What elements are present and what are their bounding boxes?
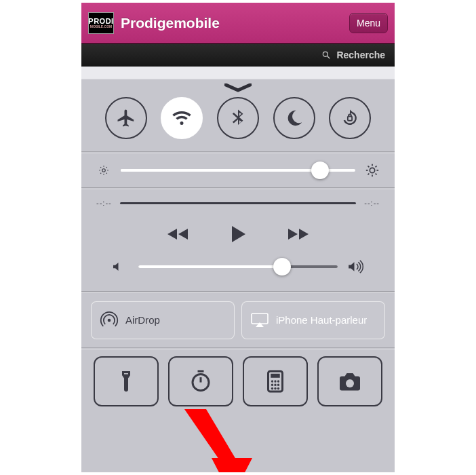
do-not-disturb-toggle[interactable] bbox=[273, 97, 315, 139]
svg-line-19 bbox=[368, 174, 369, 175]
play-button[interactable] bbox=[230, 225, 246, 244]
forward-button[interactable] bbox=[287, 226, 310, 242]
svg-point-29 bbox=[274, 380, 276, 382]
svg-rect-27 bbox=[271, 374, 280, 378]
volume-high-icon bbox=[347, 260, 365, 273]
svg-line-8 bbox=[100, 167, 101, 168]
control-center-panel: --:-- --:-- bbox=[81, 79, 395, 472]
svg-marker-38 bbox=[184, 409, 240, 466]
rotation-lock-toggle[interactable] bbox=[329, 97, 371, 139]
svg-point-32 bbox=[274, 384, 276, 386]
search-placeholder: Recherche bbox=[336, 50, 385, 60]
svg-line-1 bbox=[328, 56, 330, 59]
flashlight-icon bbox=[114, 369, 138, 394]
bluetooth-icon bbox=[228, 108, 248, 128]
svg-point-30 bbox=[277, 380, 279, 382]
rotation-lock-icon bbox=[340, 108, 360, 128]
background-gap bbox=[81, 66, 395, 79]
svg-point-34 bbox=[271, 387, 273, 390]
flashlight-button[interactable] bbox=[94, 356, 159, 406]
svg-point-21 bbox=[108, 319, 111, 322]
rewind-icon bbox=[166, 226, 189, 242]
svg-point-31 bbox=[271, 384, 273, 386]
calculator-icon bbox=[263, 369, 287, 394]
play-icon bbox=[230, 225, 246, 244]
volume-slider[interactable] bbox=[138, 265, 338, 268]
bluetooth-toggle[interactable] bbox=[217, 97, 259, 139]
svg-point-35 bbox=[274, 387, 276, 390]
search-bar[interactable]: Recherche bbox=[81, 43, 395, 66]
site-logo[interactable]: PRODI MOBILE.COM bbox=[88, 12, 114, 34]
remaining-time: --:-- bbox=[364, 199, 380, 207]
rewind-button[interactable] bbox=[166, 226, 189, 242]
svg-point-28 bbox=[271, 380, 273, 382]
phone-frame: PRODI MOBILE.COM Prodigemobile Menu Rech… bbox=[81, 3, 395, 472]
calculator-button[interactable] bbox=[243, 356, 308, 406]
brightness-high-icon bbox=[365, 163, 380, 178]
svg-point-33 bbox=[277, 384, 279, 386]
svg-line-9 bbox=[106, 173, 107, 174]
media-controls: --:-- --:-- bbox=[81, 189, 395, 291]
svg-point-12 bbox=[370, 168, 374, 172]
svg-line-11 bbox=[106, 167, 107, 168]
airplane-mode-toggle[interactable] bbox=[105, 97, 147, 139]
brightness-row bbox=[81, 153, 395, 187]
shortcut-row bbox=[81, 349, 395, 415]
svg-line-17 bbox=[368, 166, 369, 167]
svg-line-20 bbox=[376, 166, 377, 167]
grabber-handle[interactable] bbox=[224, 83, 252, 96]
svg-line-18 bbox=[376, 174, 377, 175]
brightness-slider[interactable] bbox=[121, 169, 355, 172]
elapsed-time: --:-- bbox=[96, 199, 112, 207]
airdrop-label: AirDrop bbox=[125, 314, 160, 326]
volume-low-icon bbox=[111, 261, 129, 273]
wifi-toggle[interactable] bbox=[161, 97, 203, 139]
moon-icon bbox=[284, 108, 304, 128]
brightness-low-icon bbox=[96, 164, 111, 176]
menu-button[interactable]: Menu bbox=[349, 13, 388, 33]
airplay-button[interactable]: iPhone Haut-parleur bbox=[241, 301, 385, 339]
svg-point-0 bbox=[323, 52, 328, 56]
search-icon bbox=[321, 50, 331, 60]
airplay-icon bbox=[250, 311, 269, 330]
scrubber[interactable] bbox=[120, 202, 357, 204]
site-title: Prodigemobile bbox=[121, 15, 342, 31]
timer-icon bbox=[189, 369, 213, 394]
site-header: PRODI MOBILE.COM Prodigemobile Menu bbox=[81, 3, 395, 43]
forward-icon bbox=[287, 226, 310, 242]
svg-line-10 bbox=[100, 173, 101, 174]
svg-point-3 bbox=[102, 169, 106, 172]
svg-marker-39 bbox=[212, 458, 252, 472]
airdrop-button[interactable]: AirDrop bbox=[91, 301, 235, 339]
airdrop-icon bbox=[100, 311, 119, 330]
timer-button[interactable] bbox=[168, 356, 233, 406]
airplay-label: iPhone Haut-parleur bbox=[276, 314, 367, 326]
camera-button[interactable] bbox=[317, 356, 382, 406]
airplane-icon bbox=[116, 108, 136, 128]
wifi-icon bbox=[172, 108, 192, 128]
camera-icon bbox=[338, 369, 362, 394]
svg-point-37 bbox=[346, 379, 354, 387]
air-row: AirDrop iPhone Haut-parleur bbox=[81, 293, 395, 347]
svg-rect-2 bbox=[348, 117, 352, 121]
svg-point-36 bbox=[277, 387, 279, 390]
svg-rect-22 bbox=[252, 314, 268, 324]
